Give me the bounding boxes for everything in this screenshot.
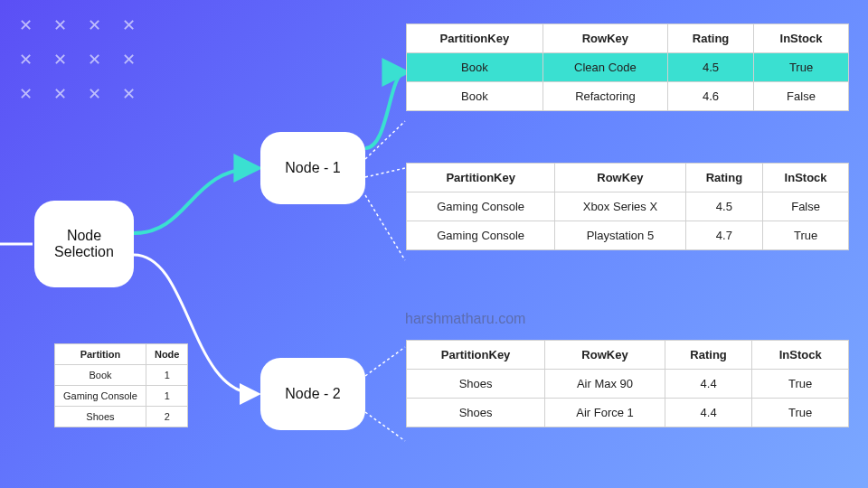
node-2-label: Node - 2	[285, 386, 340, 402]
table-header-row: PartitionKey RowKey Rating InStock	[407, 24, 849, 53]
table-row: Book 1	[55, 365, 188, 386]
partition-map-table: Partition Node Book 1 Gaming Console 1 S…	[54, 343, 188, 427]
node-2-box: Node - 2	[260, 358, 365, 430]
node-1-label: Node - 1	[285, 160, 340, 176]
node-selection-label: Node Selection	[47, 228, 121, 260]
console-data-table: PartitionKey RowKey Rating InStock Gamin…	[406, 163, 849, 250]
book-data-table: PartitionKey RowKey Rating InStock Book …	[406, 23, 849, 111]
table-row: Shoes Air Max 90 4.4 True	[407, 370, 849, 399]
table-row-highlighted: Book Clean Code 4.5 True	[407, 53, 849, 82]
table-row: Shoes Air Force 1 4.4 True	[407, 399, 849, 427]
table-row: Book Refactoring 4.6 False	[407, 82, 849, 111]
table-header-row: Partition Node	[55, 344, 188, 365]
table-row: Gaming Console 1	[55, 386, 188, 407]
table-row: Gaming Console Xbox Series X 4.5 False	[407, 192, 849, 221]
table-header-row: PartitionKey RowKey Rating InStock	[407, 341, 849, 370]
shoes-data-table: PartitionKey RowKey Rating InStock Shoes…	[406, 340, 849, 427]
col-partition: Partition	[55, 344, 146, 365]
table-header-row: PartitionKey RowKey Rating InStock	[407, 164, 849, 192]
node-1-box: Node - 1	[260, 132, 365, 204]
table-row: Gaming Console Playstation 5 4.7 True	[407, 221, 849, 250]
table-row: Shoes 2	[55, 407, 188, 427]
col-node: Node	[146, 344, 188, 365]
watermark-text: harshmatharu.com	[405, 311, 525, 327]
node-selection-box: Node Selection	[34, 201, 134, 287]
decorative-x-pattern: ✕✕✕✕ ✕✕✕✕ ✕✕✕✕	[13, 13, 141, 107]
